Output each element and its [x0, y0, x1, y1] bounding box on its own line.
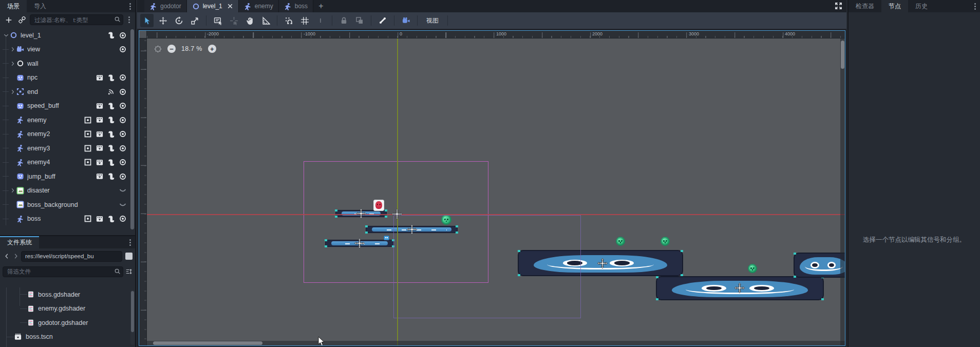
rotate-tool-button[interactable]	[172, 14, 185, 27]
visibility-visible-icon[interactable]	[119, 102, 127, 110]
move-tool-button[interactable]	[156, 14, 169, 27]
unique-name-badge-icon[interactable]	[84, 215, 92, 223]
script-badge-icon[interactable]	[107, 159, 115, 166]
canvas-horizontal-scrollbar[interactable]	[153, 341, 262, 345]
platform-sprite[interactable]	[794, 253, 845, 278]
tree-row-view[interactable]: view	[0, 43, 129, 57]
canvas-vertical-scrollbar[interactable]	[841, 41, 844, 69]
script-badge-icon[interactable]	[107, 31, 115, 39]
tree-row-disaster[interactable]: disaster	[0, 184, 129, 198]
tree-row-enemy3[interactable]: enemy3	[0, 141, 129, 156]
nav-forward-button[interactable]	[12, 251, 20, 261]
canvas[interactable]: − 18.7 % +	[147, 38, 845, 345]
tab-history[interactable]: 历史	[908, 0, 935, 12]
right-dock-menu-icon[interactable]	[971, 2, 979, 11]
green-enemy-sprite[interactable]	[748, 264, 757, 273]
select-tool-button[interactable]	[140, 14, 154, 27]
script-badge-icon[interactable]	[107, 74, 115, 82]
tree-row-boss[interactable]: boss	[0, 212, 129, 226]
scene-tab-godotor[interactable]: godotor	[144, 0, 187, 12]
unique-name-badge-icon[interactable]	[84, 144, 92, 152]
filesystem-path[interactable]: res://level/script/speed_bu	[21, 251, 122, 262]
tab-filesystem[interactable]: 文件系统	[0, 236, 39, 248]
file-row-enemy.gdshader[interactable]: enemy.gdshader	[0, 302, 130, 316]
bone-tool-button[interactable]	[376, 14, 389, 27]
visibility-visible-icon[interactable]	[119, 31, 127, 40]
script-badge-icon[interactable]	[107, 116, 115, 124]
close-tab-icon[interactable]	[227, 3, 233, 9]
pan-tool-button[interactable]	[243, 14, 256, 27]
move-gizmo[interactable]	[597, 258, 608, 270]
tree-row-enemy[interactable]: enemy	[0, 113, 129, 127]
expand-arrow-icon[interactable]	[9, 89, 16, 95]
lock-tool-button[interactable]	[337, 14, 350, 27]
smart-snap-tool-button[interactable]	[282, 14, 295, 27]
tree-row-enemy2[interactable]: enemy2	[0, 127, 129, 142]
script-badge-icon[interactable]	[107, 130, 115, 138]
list-select-tool-button[interactable]	[211, 14, 224, 27]
file-highlight-swatch[interactable]	[125, 253, 133, 260]
scene-toolbar-menu-icon[interactable]	[125, 15, 133, 25]
scene-filter-input[interactable]	[30, 14, 123, 25]
vscroll-track[interactable]	[840, 38, 845, 345]
move-gizmo[interactable]	[354, 238, 365, 250]
distraction-free-icon[interactable]	[835, 2, 842, 10]
expand-arrow-icon[interactable]	[9, 187, 16, 194]
signal-badge-icon[interactable]	[107, 88, 115, 95]
script-badge-icon[interactable]	[107, 102, 115, 110]
move-gizmo[interactable]	[392, 209, 402, 221]
unique-name-badge-icon[interactable]	[84, 130, 92, 138]
collapse-arrow-icon[interactable]	[2, 32, 10, 38]
sort-files-icon[interactable]	[125, 268, 133, 275]
script-badge-icon[interactable]	[107, 144, 115, 152]
visibility-visible-icon[interactable]	[119, 73, 127, 82]
script-badge-icon[interactable]	[107, 172, 115, 180]
new-scene-tab-button[interactable]: +	[313, 0, 328, 12]
scene-dock-menu-icon[interactable]	[126, 2, 134, 11]
scale-tool-button[interactable]	[188, 14, 201, 27]
snap-options-tool-button[interactable]	[314, 14, 327, 27]
tree-row-end[interactable]: end	[0, 85, 129, 99]
zoom-in-button[interactable]: +	[208, 45, 216, 53]
visibility-visible-icon[interactable]	[119, 88, 127, 96]
visibility-hidden-icon[interactable]	[119, 201, 127, 209]
visibility-visible-icon[interactable]	[119, 45, 127, 53]
tree-row-level_1[interactable]: level_1	[0, 28, 129, 43]
visibility-visible-icon[interactable]	[119, 116, 127, 124]
clapperboard-badge-icon[interactable]	[96, 102, 104, 110]
visibility-visible-icon[interactable]	[119, 172, 127, 181]
select-region-tool-button[interactable]	[227, 14, 240, 27]
tab-node[interactable]: 节点	[881, 0, 908, 12]
add-node-button[interactable]	[3, 14, 14, 26]
group-tool-button[interactable]	[353, 14, 366, 27]
file-row-boss.tscn[interactable]: boss.tscn	[0, 330, 130, 344]
file-row-boss.gdshader[interactable]: boss.gdshader	[0, 287, 130, 302]
filesystem-menu-icon[interactable]	[126, 238, 134, 247]
clapperboard-badge-icon[interactable]	[96, 144, 104, 152]
expand-arrow-icon[interactable]	[9, 61, 16, 67]
clapperboard-badge-icon[interactable]	[96, 116, 104, 124]
filesystem-scrollbar[interactable]	[130, 290, 135, 345]
center-view-icon[interactable]	[154, 45, 162, 53]
visibility-visible-icon[interactable]	[119, 215, 127, 223]
tree-row-enemy4[interactable]: enemy4	[0, 156, 129, 170]
move-gizmo[interactable]	[356, 208, 366, 220]
tree-row-speed_buff[interactable]: speed_buff	[0, 99, 129, 113]
scene-tab-level_1[interactable]: level_1	[187, 0, 239, 12]
file-row-godotor.gdshader[interactable]: godotor.gdshader	[0, 316, 130, 330]
tab-import[interactable]: 导入	[27, 0, 53, 12]
tree-row-boss_background[interactable]: boss_background	[0, 198, 129, 212]
unique-name-badge-icon[interactable]	[84, 158, 92, 166]
visibility-visible-icon[interactable]	[119, 130, 127, 138]
scene-tab-boss[interactable]: boss	[279, 0, 313, 12]
clapperboard-badge-icon[interactable]	[96, 215, 104, 223]
visibility-visible-icon[interactable]	[119, 158, 127, 166]
instance-scene-button[interactable]	[16, 14, 28, 26]
visibility-visible-icon[interactable]	[119, 144, 127, 152]
zoom-percentage[interactable]: 18.7 %	[181, 45, 202, 52]
clapperboard-badge-icon[interactable]	[96, 130, 104, 138]
unique-name-badge-icon[interactable]	[84, 116, 92, 124]
visibility-hidden-icon[interactable]	[119, 186, 127, 195]
green-enemy-sprite[interactable]	[661, 237, 670, 246]
move-gizmo[interactable]	[734, 283, 745, 295]
